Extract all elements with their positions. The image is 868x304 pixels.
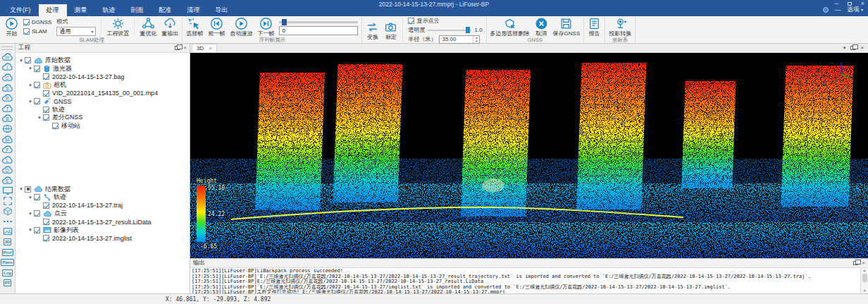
tree-item[interactable]: ▾2022-10-14-15-13-27.imglist: [16, 234, 190, 243]
show-pointcloud-checkbox[interactable]: 显示点云: [408, 17, 439, 25]
tree-item[interactable]: ▾2022-10-14-15-13-27.bag: [16, 73, 190, 81]
tree-item[interactable]: ▾相机: [16, 81, 190, 90]
expander-icon[interactable]: ▾: [36, 115, 43, 121]
tool-cloud-e[interactable]: E: [0, 175, 16, 186]
tree-item[interactable]: ▾结果数据: [16, 185, 190, 193]
prev-frame-button[interactable]: 前一帧: [208, 17, 225, 37]
tree-item[interactable]: ▾激光器: [16, 65, 190, 73]
tree-item[interactable]: ▾2022-10-14-15-13-27.traj: [16, 202, 190, 210]
menu-tab-7[interactable]: 清理: [180, 4, 208, 16]
options-button[interactable]: 选项 ▾: [848, 6, 863, 14]
tree-checkbox[interactable]: [43, 73, 49, 80]
tree-checkbox[interactable]: [25, 186, 31, 193]
viewport-3d[interactable]: Height 55.10 24.22 -6.65: [190, 53, 868, 258]
tool-image[interactable]: [0, 226, 16, 237]
next-frame-button[interactable]: 下一帧: [257, 17, 274, 37]
tree-checkbox[interactable]: [34, 98, 40, 104]
tool-cloud-c[interactable]: C: [0, 72, 16, 83]
menu-tab-3[interactable]: 测量: [67, 4, 95, 16]
log-output[interactable]: [17:25:51][LiFuser-BP]LiBackpack process…: [190, 268, 860, 293]
tab-list-dropdown-icon[interactable]: ▾: [843, 45, 846, 51]
report-button[interactable]: 报告: [588, 17, 601, 37]
tree-item[interactable]: ▾原始数据: [16, 56, 190, 65]
tree-checkbox[interactable]: [34, 210, 40, 217]
tool-3d-window[interactable]: 3D: [0, 237, 16, 248]
frame-slider[interactable]: [279, 21, 358, 23]
tree-item[interactable]: ▾差分GNSS: [16, 114, 190, 122]
tree-checkbox[interactable]: [43, 219, 49, 225]
tool-cloud-m[interactable]: M: [0, 134, 16, 145]
tree-item[interactable]: ▾点云: [16, 209, 190, 218]
opacity-slider[interactable]: [428, 30, 471, 31]
tree-checkbox[interactable]: [34, 227, 40, 233]
tool-cloud-l[interactable]: L: [0, 154, 16, 165]
tree-checkbox[interactable]: [43, 202, 49, 209]
scroll-down-icon[interactable]: ▼: [863, 288, 867, 293]
tool-cloud-b[interactable]: B: [0, 114, 16, 124]
expander-icon[interactable]: ▾: [27, 66, 34, 71]
auto-roam-button[interactable]: 自动漫游: [230, 17, 252, 37]
radius-spinner[interactable]: 35.00 ▲▼: [439, 35, 480, 44]
tool-cloud-d[interactable]: D: [0, 165, 16, 176]
float-panel-icon[interactable]: [853, 261, 858, 265]
tree-checkbox[interactable]: [34, 194, 40, 200]
tree-item[interactable]: ▾轨迹: [16, 193, 190, 202]
close-view-icon[interactable]: ×: [860, 44, 864, 51]
toolbar-drag-handle[interactable]: ••••••••••••: [1, 44, 13, 51]
tree-item[interactable]: ▾移动站: [16, 122, 190, 130]
expander-icon[interactable]: ▾: [27, 211, 34, 217]
expander-icon[interactable]: ▾: [27, 99, 34, 104]
tab-close-icon[interactable]: ×: [209, 45, 212, 51]
menu-tab-4[interactable]: 轨迹: [95, 4, 123, 16]
menu-tab-6[interactable]: 配准: [151, 4, 180, 16]
theme-icon[interactable]: [823, 7, 829, 13]
tree-checkbox[interactable]: [34, 66, 40, 72]
tree-item[interactable]: ▾VID_20221014_154135_00_001.mp4: [16, 89, 190, 97]
float-view-icon[interactable]: [850, 46, 855, 50]
tool-log-window[interactable]: Log: [0, 267, 16, 278]
tree-checkbox[interactable]: [43, 114, 49, 121]
scroll-thumb[interactable]: [862, 274, 867, 282]
close-panel-icon[interactable]: ×: [183, 45, 187, 51]
tab-3d[interactable]: 3D ×: [192, 44, 217, 52]
tool-profile-window[interactable]: Prof: [0, 247, 16, 257]
slam-checkbox[interactable]: SLAM: [23, 28, 51, 35]
tool-cloud-i[interactable]: I: [0, 62, 16, 73]
tool-cloud-r[interactable]: R: [0, 92, 16, 103]
frame-input[interactable]: [279, 26, 358, 35]
expander-icon[interactable]: ▾: [27, 227, 34, 233]
tree-item[interactable]: ▾GNSS: [16, 97, 190, 106]
tree-item[interactable]: ▾2022-10-14-15-13-27_result.LiData: [16, 218, 190, 226]
menu-tab-2[interactable]: 处理: [39, 4, 67, 16]
output-scrollbar[interactable]: ▲ ▼: [860, 268, 868, 293]
tree-item[interactable]: ▾轨迹: [16, 106, 190, 114]
tool-more[interactable]: [0, 217, 16, 227]
projection-convert-button[interactable]: 投影转换: [609, 17, 631, 37]
tool-pano-window[interactable]: Pano: [0, 257, 16, 268]
select-frame-button[interactable]: 选择帧: [186, 17, 203, 37]
mode-dropdown[interactable]: 通用▾: [56, 27, 96, 36]
tool-3d-view[interactable]: [0, 186, 16, 196]
menu-tab-1[interactable]: 文件(F): [2, 4, 39, 16]
tree-checkbox[interactable]: [25, 57, 31, 63]
tree-checkbox[interactable]: [34, 82, 40, 88]
tool-full-extent[interactable]: [0, 195, 16, 206]
dgnss-checkbox[interactable]: DGNSS: [23, 19, 51, 25]
tree-checkbox[interactable]: [43, 107, 49, 113]
tree-checkbox[interactable]: [43, 90, 49, 97]
tool-globe[interactable]: [0, 123, 16, 134]
tool-cloud-s[interactable]: S: [0, 83, 16, 93]
menu-tab-8[interactable]: 导出: [208, 4, 236, 16]
expander-icon[interactable]: ▾: [18, 186, 25, 192]
close-panel-icon[interactable]: ×: [862, 260, 865, 266]
slider-handle[interactable]: [282, 19, 287, 25]
tree-item[interactable]: ▾影像列表: [16, 226, 190, 234]
tool-cloud-h[interactable]: H: [0, 51, 16, 62]
reoptimize-button[interactable]: 重优化: [140, 17, 156, 37]
ribbon-collapse-icon[interactable]: —: [835, 6, 841, 13]
tool-cloud-t[interactable]: T: [0, 103, 16, 114]
polygon-delete-button[interactable]: 多边形选择删除: [490, 17, 530, 37]
tool-cloud-f[interactable]: F: [0, 144, 16, 154]
transform-button[interactable]: 变换: [366, 20, 379, 40]
spinner-arrows-icon[interactable]: ▲▼: [473, 36, 479, 43]
